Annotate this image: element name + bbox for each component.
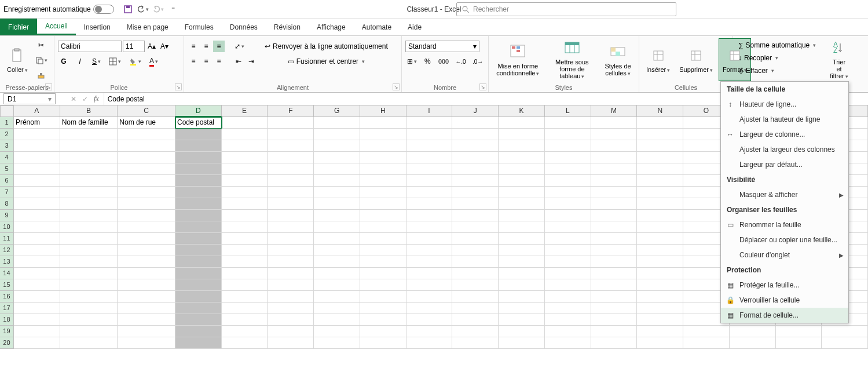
row-header-20[interactable]: 20 [0,337,14,349]
cell-B18[interactable] [60,314,118,326]
cell-L5[interactable] [545,163,591,175]
cell-K6[interactable] [499,175,545,187]
cell-J16[interactable] [452,291,499,303]
cell-C2[interactable] [118,129,175,140]
cell-M10[interactable] [591,221,638,233]
cell-J4[interactable] [452,152,499,163]
cell-E10[interactable] [222,221,268,233]
font-color-button[interactable]: A [148,56,160,67]
cell-G4[interactable] [314,152,360,163]
percent-format-button[interactable]: % [422,56,433,67]
row-header-18[interactable]: 18 [0,314,14,326]
cell-A16[interactable] [14,291,60,303]
cell-H14[interactable] [360,268,406,279]
paste-button[interactable]: Coller [3,38,31,81]
cell-B17[interactable] [60,303,118,314]
cell-J18[interactable] [452,314,499,326]
cell-A10[interactable] [14,221,60,233]
cell-L13[interactable] [545,256,591,268]
merge-center-button[interactable]: ▭Fusionner et centrer [263,56,390,67]
cell-G18[interactable] [314,314,360,326]
cell-B3[interactable] [60,140,118,152]
cell-E19[interactable] [222,326,268,337]
cell-K16[interactable] [499,291,545,303]
align-top-button[interactable]: ≡ [188,41,199,52]
menu-rename-sheet[interactable]: ▭Renommer la feuille [721,217,848,232]
fx-icon[interactable]: fx [94,94,99,103]
tab-insert[interactable]: Insertion [76,19,119,35]
cell-M6[interactable] [591,175,638,187]
cell-M7[interactable] [591,187,638,198]
cell-B6[interactable] [60,175,118,187]
cell-F16[interactable] [268,291,314,303]
row-header-2[interactable]: 2 [0,129,14,140]
column-header-A[interactable]: A [14,105,60,117]
cell-H5[interactable] [360,163,406,175]
cell-J3[interactable] [452,140,499,152]
cell-G2[interactable] [314,129,360,140]
column-header-D[interactable]: D [175,105,222,117]
column-header-H[interactable]: H [360,105,406,117]
cell-N1[interactable] [637,117,683,129]
cell-G9[interactable] [314,210,360,221]
cell-H1[interactable] [360,117,406,129]
cell-D7[interactable] [175,187,222,198]
cell-I3[interactable] [406,140,453,152]
cell-F7[interactable] [268,187,314,198]
column-header-F[interactable]: F [268,105,314,117]
cell-E20[interactable] [222,337,268,349]
cell-N20[interactable] [637,337,683,349]
cell-B1[interactable]: Nom de famille [60,117,118,129]
comma-format-button[interactable]: 000 [437,56,450,67]
cell-N2[interactable] [637,129,683,140]
cell-styles-button[interactable]: Styles de cellules [600,38,635,81]
cell-H17[interactable] [360,303,406,314]
tab-layout[interactable]: Mise en page [119,19,177,35]
cell-A17[interactable] [14,303,60,314]
enter-formula-icon[interactable]: ✓ [82,95,88,103]
cell-C15[interactable] [118,279,175,291]
cell-A13[interactable] [14,256,60,268]
cell-B15[interactable] [60,279,118,291]
cell-J15[interactable] [452,279,499,291]
cell-I8[interactable] [406,198,453,210]
cell-B20[interactable] [60,337,118,349]
increase-decimal-button[interactable]: ←.0 [454,56,468,67]
cell-B9[interactable] [60,210,118,221]
cell-C19[interactable] [118,326,175,337]
cell-B19[interactable] [60,326,118,337]
cell-L1[interactable] [545,117,591,129]
cell-I19[interactable] [406,326,453,337]
row-header-3[interactable]: 3 [0,140,14,152]
cell-G15[interactable] [314,279,360,291]
cell-F9[interactable] [268,210,314,221]
tab-help[interactable]: Aide [400,19,430,35]
cell-C5[interactable] [118,163,175,175]
cell-L18[interactable] [545,314,591,326]
menu-col-width[interactable]: ↔Largeur de colonne... [721,127,848,142]
cell-A1[interactable]: Prénom [14,117,60,129]
row-header-7[interactable]: 7 [0,187,14,198]
cell-D13[interactable] [175,256,222,268]
cell-K3[interactable] [499,140,545,152]
cell-H9[interactable] [360,210,406,221]
cell-D2[interactable] [175,129,222,140]
row-header-12[interactable]: 12 [0,245,14,256]
cell-A6[interactable] [14,175,60,187]
align-bottom-button[interactable]: ≡ [213,41,225,52]
cell-N14[interactable] [637,268,683,279]
tab-review[interactable]: Révision [266,19,309,35]
row-header-11[interactable]: 11 [0,233,14,245]
cell-M14[interactable] [591,268,638,279]
cell-B7[interactable] [60,187,118,198]
cell-K5[interactable] [499,163,545,175]
cell-C6[interactable] [118,175,175,187]
cell-D6[interactable] [175,175,222,187]
cell-O19[interactable] [683,326,730,337]
cell-E8[interactable] [222,198,268,210]
cell-L17[interactable] [545,303,591,314]
cell-M12[interactable] [591,245,638,256]
cell-E2[interactable] [222,129,268,140]
cell-E5[interactable] [222,163,268,175]
cell-H3[interactable] [360,140,406,152]
